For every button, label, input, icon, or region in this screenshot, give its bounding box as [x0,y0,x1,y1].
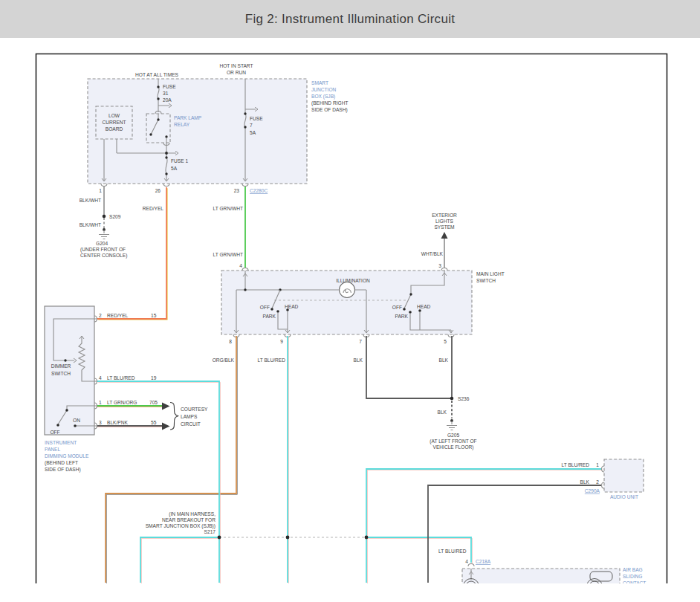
audio-name-label: AUDIO UNIT [610,494,638,499]
courtesy-label-1: COURTESY [181,407,208,412]
wire-lt-blu-red-branch [140,537,219,583]
sjb-name-2: JUNCTION [311,87,337,92]
g204-location-2: CENTER CONSOLE) [80,253,127,259]
mls-sw2-off: OFF [392,305,402,310]
dimmer-name-2: PANEL [45,447,60,452]
figure-title-bar: Fig 2: Instrument Illumination Circuit [0,0,700,38]
exterior-label-1: EXTERIOR [432,213,457,218]
wire-lt-blu-red-stripes [98,337,602,583]
courtesy-lamps-circuit: COURTESY LAMPS CIRCUIT [97,403,208,430]
fuse7-label-3: 5A [250,130,256,135]
audio-unit: LT BLU/RED 1 BLK 2 C290A AUDIO UNIT [428,459,644,583]
wire-label-blk-wht-2: BLK/WHT [80,222,101,227]
fuse1-label-1: FUSE 1 [171,158,188,164]
audio-wire2-label: BLK [580,479,590,485]
dimmer-pin3-wire: BLK/PNK [107,420,128,425]
ground-branch-g204: BLK/WHT S209 BLK/WHT G204 (UNDER FRONT O… [80,187,128,259]
g205-label: G205 [447,433,459,438]
arrow-right-icon-1 [162,403,170,410]
dimming-module: DIMMER SWITCH ON OFF 2 RED/YEL 15 4 LT B… [45,306,158,473]
arrow-right-icon-2 [162,423,170,430]
wiring-diagram: HOT AT ALL TIMES HOT IN START OR RUN SMA… [0,38,700,583]
wire-label-blk-5: BLK [439,357,449,363]
hot-at-all-times-label: HOT AT ALL TIMES [135,72,179,77]
wire-label-lt-blu-red-9: LT BLU/RED [258,357,286,363]
sjb-pin23-label: 23 [234,188,240,193]
mls-sw1-head: HEAD [285,304,299,309]
wire-label-red-yel: RED/YEL [143,206,164,211]
audio-wire1-label: LT BLU/RED [562,462,590,467]
fuse7-label-1: FUSE [250,116,263,121]
audio-box [604,459,644,492]
audio-pin1-label: 1 [596,462,599,467]
mls-sw2-head: HEAD [417,304,431,309]
g205-location-1: (AT LEFT FRONT OF [430,438,476,444]
mls-pin8-label: 8 [229,339,232,344]
smart-junction-box: HOT AT ALL TIMES HOT IN START OR RUN SMA… [88,63,348,193]
illumination-lamp-icon [340,282,355,298]
hot-in-start-label-1: HOT IN START [219,63,253,68]
wire-org-blk-stripe [106,337,237,583]
ground-symbol-g205-icon [447,421,457,430]
audio-connector-label: C290A [585,488,600,493]
hot-in-start-label-2: OR RUN [227,70,246,75]
wire-label-lt-grn-wht-2: LT GRN/WHT [213,252,243,257]
fuse31-label-1: FUSE [163,84,176,89]
wire-blk-audio [428,485,601,583]
airbag-name-1: AIR BAG [623,567,643,572]
mls-sw2-park: PARK [395,314,409,319]
dimmer-location-2: SIDE OF DASH) [45,467,81,473]
splice-s236 [450,397,454,401]
mls-pin3-label: 3 [438,263,441,268]
dimmer-pin1-num: 1 [99,400,102,405]
splice-s236-label: S236 [458,396,470,401]
airbag-pin-arc [468,564,474,566]
fuse7-label-2: 7 [250,123,253,128]
s217-note-2: NEAR BREAKOUT FOR [162,517,215,522]
s217-note-1: (IN MAIN HARNESS, [169,511,215,517]
dimmer-pin4-circuit: 19 [151,375,157,381]
sjb-location-1: (BEHIND RIGHT [311,100,348,106]
lcb-label-2: CURRENT [102,120,126,125]
wire-blk-ground [366,336,452,398]
mls-pin9-label: 9 [280,339,283,344]
sjb-name-3: BOX (SJB) [311,94,335,100]
exterior-label-2: LIGHTS [435,219,453,224]
airbag-pin-label: 4 [465,559,468,564]
mls-pin4-label: 4 [239,263,242,268]
s217-note-3: SMART JUNCTION BOX (SJB)) [146,523,215,529]
dimmer-on-label: ON [73,418,80,423]
wire-org-blk [106,336,236,583]
mls-sw1-park: PARK [263,314,276,319]
dimmer-pin1-wire: LT GRN/ORG [107,400,137,405]
relay-name-1: PARK LAMP [174,115,202,120]
exterior-label-3: SYSTEM [434,224,454,230]
ground-symbol-g204-icon [99,230,109,239]
mls-name-1: MAIN LIGHT [476,271,505,276]
main-light-switch: MAIN LIGHT SWITCH 4 ILLUMINATION OFF PAR… [221,263,505,344]
g204-location-1: (UNDER FRONT OF [80,247,126,253]
dimmer-pin2-wire: RED/YEL [107,313,129,318]
wire-lt-blu-red-audio [366,469,601,583]
dimmer-name-1: INSTRUMENT [45,440,77,445]
dimmer-pin3-num: 3 [99,420,102,425]
airbag-connector-label: C218A [476,559,491,564]
dimmer-pin1-circuit: 705 [149,400,158,405]
dimmer-pin4-wire: LT BLU/RED [107,375,135,381]
airbag-wire-label: LT BLU/RED [438,548,467,554]
lcb-label-1: LOW [108,113,120,118]
sjb-connector-label: C2280C [250,188,268,193]
airbag-sliding-contact: LT BLU/RED 4 C218A AIR BAG SLIDING CONTA… [438,548,646,583]
wire-label-blk-wht-1: BLK/WHT [80,198,101,203]
mls-pin7-label: 7 [359,339,362,344]
illumination-label: ILLUMINATION [336,278,370,283]
mls-pin5-label: 5 [444,339,447,344]
airbag-name-3: CONTACT [623,580,646,583]
dimmer-switch-label-1: DIMMER [51,363,71,369]
relay-name-2: RELAY [174,122,190,127]
dimmer-pin3-circuit: 55 [151,420,157,425]
mls-name-2: SWITCH [476,278,496,283]
up-arrow-icon [441,232,448,239]
dimmer-pin2-num: 2 [99,313,102,318]
lt-blu-red-wires [97,336,602,583]
